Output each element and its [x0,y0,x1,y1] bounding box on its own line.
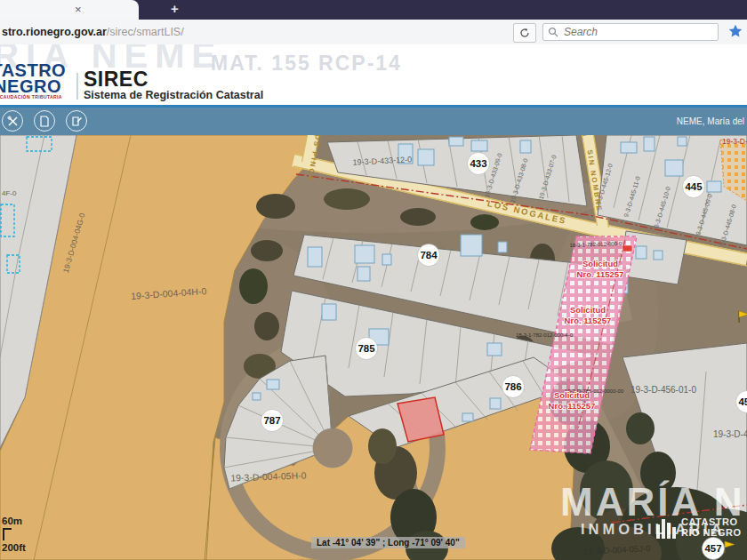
logged-in-user: NEME, María del [677,116,744,126]
block-badge-number: 445 [685,181,703,192]
block-badge-number: 785 [357,343,375,354]
search-box[interactable] [542,23,719,41]
catastro-watermark-logo: CATASTRO RÍO NEGRO [655,516,741,539]
block-badge-number: 784 [420,250,438,260]
parcel-label: 19-3-D-456 [713,429,747,439]
address-input[interactable]: stro.rionegro.gov.ar/sirec/smartLIS/ [2,26,184,38]
app-header: MARÍA NEME MAT. 155 RCP-14 CATASTRO RÍO … [0,44,747,105]
app-subtitle: Sistema de Registración Catastral [84,89,263,101]
parcel-label: 19-3-D-456-01-0 [631,385,696,395]
watermark-logo-line1: CATASTRO [681,516,741,527]
catastro-logo-subtitle: RECAUDACIÓN TRIBUTARIA [0,94,62,100]
block-badge[interactable]: 433 [468,153,490,175]
reload-button[interactable] [513,23,536,43]
search-input[interactable] [562,25,699,39]
new-tab-button[interactable]: + [171,1,179,16]
search-icon [548,27,558,37]
block-badge[interactable]: 785 [356,338,378,360]
url-bar: stro.rionegro.gov.ar/sirec/smartLIS/ [0,20,747,45]
url-path: /sirec/smartLIS/ [107,26,184,38]
wrench-glyph [7,116,19,127]
document-icon[interactable] [34,110,55,132]
url-domain: stro.rionegro.gov.ar [2,26,107,38]
block-badge[interactable]: 786 [502,376,525,398]
bookmark-star-icon[interactable] [728,24,743,38]
block-badge[interactable]: 787 [261,410,284,432]
parcel-label: 18-3-1-782-012-000-4-0 [516,332,574,338]
block-badge-number: 433 [470,158,486,169]
solicitud-label: Solicitud [582,259,618,268]
app-title: SIREC [84,68,149,92]
solicitud-label: Nro. 115257 [577,269,624,279]
parcel-label: 4F-0 [2,189,17,197]
watermark-mat-number: MAT. 155 RCP-14 [211,52,402,76]
close-tab-icon[interactable]: × [75,3,82,16]
block-badge-number: 786 [504,381,521,392]
scale-metric: 60m [2,516,26,526]
parcel-label: 19-3-D-4 [722,137,747,146]
reload-icon [519,28,530,38]
block-badge[interactable]: 445 [683,176,705,198]
map-viewport[interactable]: 4F-019-3-D-004-04G-019-3-D-004-04H-019-3… [0,135,747,560]
solicitud-label: Nro. 115257 [565,316,612,325]
block-badge[interactable]: 457 [703,538,725,560]
block-badge-number: 456 [738,396,747,407]
document-edit-glyph [71,116,83,127]
map-toolbar: NEME, María del [0,108,747,135]
scale-imperial: 200ft [2,542,26,553]
tab-strip: × + [0,0,747,20]
catastro-bars-icon [655,516,677,539]
document-edit-icon[interactable] [66,110,87,132]
solicitud-label: Nro. 115257 [549,401,596,411]
document-glyph [39,116,50,127]
block-badge[interactable]: 784 [418,244,440,267]
block-badge-number: 787 [263,415,280,426]
solicitud-label: Solicitud [554,390,590,400]
tools-icon[interactable] [2,110,23,132]
coordinates-status: Lat -41° 04' 39" ; Long -71° 09' 40" [311,537,465,548]
active-tab[interactable]: × [0,0,139,20]
scale-bar [3,528,12,540]
header-divider [76,73,78,100]
browser-window: × + stro.rionegro.gov.ar/sirec/smartLIS/… [0,0,747,560]
block-badge-number: 457 [704,543,721,554]
scale-indicator: 60m 200ft [2,516,26,553]
solicitud-label: Solicitud [570,305,606,315]
watermark-logo-line2: RÍO NEGRO [681,527,741,538]
